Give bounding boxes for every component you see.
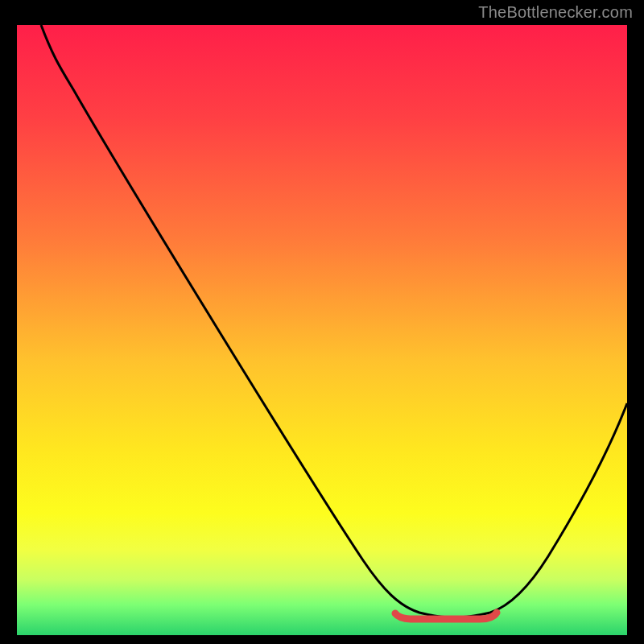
plot-border xyxy=(14,23,630,638)
watermark-text: TheBottlenecker.com xyxy=(478,3,633,22)
chart-frame: TheBottlenecker.com xyxy=(0,0,644,644)
